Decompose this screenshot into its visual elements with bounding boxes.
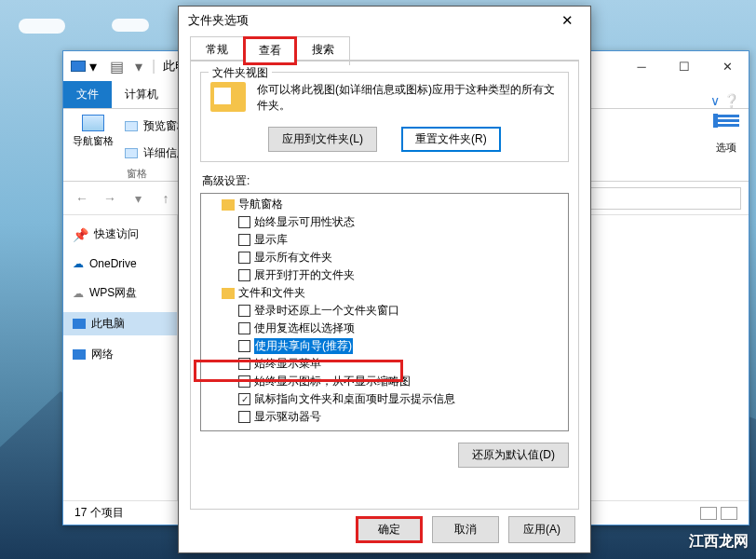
checkbox-icon[interactable] bbox=[238, 375, 250, 388]
pc-icon bbox=[71, 61, 86, 72]
restore-defaults-button[interactable]: 还原为默认值(D) bbox=[458, 443, 569, 468]
options-button[interactable]: 选项 bbox=[716, 141, 736, 155]
tree-checkbox-sharing-wizard[interactable]: 使用共享向导(推荐) bbox=[205, 337, 564, 355]
tree-checkbox-item[interactable]: 显示驱动器号 bbox=[205, 408, 564, 426]
icons-view-button[interactable] bbox=[721, 507, 737, 520]
checkbox-icon[interactable] bbox=[238, 216, 250, 228]
tree-checkbox-item[interactable]: 始终显示可用性状态 bbox=[205, 213, 564, 231]
folder-icon bbox=[210, 82, 246, 112]
checkbox-icon[interactable] bbox=[238, 322, 250, 334]
cloud-icon: ☁ bbox=[73, 257, 84, 270]
watermark: 江西龙网 bbox=[689, 532, 749, 552]
sidebar-item-onedrive[interactable]: ☁OneDrive bbox=[63, 253, 177, 274]
options-icon[interactable] bbox=[713, 115, 739, 137]
sidebar-item-quick-access[interactable]: 📌快速访问 bbox=[63, 223, 177, 246]
cloud-icon: ☁ bbox=[73, 287, 84, 300]
folder-icon bbox=[222, 199, 235, 211]
folder-views-group: 文件夹视图 你可以将此视图(如详细信息或图标)应用于这种类型的所有文件夹。 应用… bbox=[200, 72, 569, 162]
checkbox-icon[interactable] bbox=[238, 358, 250, 370]
sidebar-item-wps[interactable]: ☁WPS网盘 bbox=[63, 281, 177, 305]
folder-icon bbox=[222, 288, 235, 299]
apply-button[interactable]: 应用(A) bbox=[508, 516, 575, 543]
nav-pane-icon[interactable] bbox=[82, 115, 104, 131]
tree-node-files-folders[interactable]: 文件和文件夹 bbox=[205, 284, 564, 302]
tree-checkbox-item[interactable]: 展开到打开的文件夹 bbox=[205, 266, 564, 284]
tree-checkbox-item[interactable]: 使用复选框以选择项 bbox=[205, 320, 564, 337]
sidebar-item-this-pc[interactable]: 此电脑 bbox=[63, 312, 177, 335]
checkbox-icon[interactable] bbox=[238, 340, 250, 352]
advanced-settings-tree[interactable]: 导航窗格 始终显示可用性状态 显示库 显示所有文件夹 展开到打开的文件夹 文件和… bbox=[200, 193, 569, 431]
close-button[interactable]: ✕ bbox=[706, 52, 749, 80]
tab-view[interactable]: 查看 bbox=[243, 36, 297, 65]
computer-tab[interactable]: 计算机 bbox=[112, 81, 171, 108]
tree-checkbox-item[interactable]: 显示所有文件夹 bbox=[205, 249, 564, 266]
chevron-down-icon[interactable]: ▾ bbox=[89, 61, 99, 71]
advanced-settings-label: 高级设置: bbox=[202, 173, 578, 189]
sidebar-item-network[interactable]: 网络 bbox=[63, 343, 177, 366]
tree-node-nav-pane[interactable]: 导航窗格 bbox=[205, 196, 564, 213]
help-button[interactable]: ∨ ❔ bbox=[701, 93, 749, 108]
status-item-count: 17 个项目 bbox=[74, 505, 124, 521]
minimize-button[interactable]: ─ bbox=[620, 52, 663, 80]
nav-pane-button[interactable]: 导航窗格 bbox=[73, 134, 114, 148]
tree-checkbox-item[interactable]: 登录时还原上一个文件夹窗口 bbox=[205, 302, 564, 320]
folder-options-dialog: 文件夹选项 ✕ 常规 查看 搜索 文件夹视图 你可以将此视图(如详细信息或图标)… bbox=[178, 6, 591, 553]
recent-button[interactable]: ▾ bbox=[127, 187, 149, 210]
file-tab[interactable]: 文件 bbox=[63, 81, 112, 108]
forward-button[interactable]: → bbox=[99, 187, 121, 210]
dialog-button-row: 确定 取消 应用(A) bbox=[356, 516, 575, 543]
tree-checkbox-item[interactable]: 鼠标指向文件夹和桌面项时显示提示信息 bbox=[205, 390, 564, 408]
ok-button[interactable]: 确定 bbox=[356, 516, 423, 543]
checkbox-icon[interactable] bbox=[238, 305, 250, 317]
network-icon bbox=[73, 349, 86, 360]
group-title: 文件夹视图 bbox=[209, 65, 272, 81]
sidebar-nav: 📌快速访问 ☁OneDrive ☁WPS网盘 此电脑 网络 bbox=[63, 215, 178, 500]
cancel-button[interactable]: 取消 bbox=[432, 516, 499, 543]
close-icon[interactable]: ✕ bbox=[553, 7, 581, 34]
tree-checkbox-item[interactable]: 始终显示图标，从不显示缩略图 bbox=[205, 373, 564, 390]
back-button[interactable]: ← bbox=[71, 187, 93, 210]
checkbox-icon[interactable] bbox=[238, 411, 250, 423]
details-view-button[interactable] bbox=[700, 507, 717, 520]
checkbox-icon[interactable] bbox=[238, 252, 250, 264]
checkbox-icon[interactable] bbox=[238, 269, 250, 281]
folder-views-desc: 你可以将此视图(如详细信息或图标)应用于这种类型的所有文件夹。 bbox=[257, 82, 559, 114]
dialog-titlebar: 文件夹选项 ✕ bbox=[179, 7, 590, 34]
checkbox-icon[interactable] bbox=[238, 393, 250, 405]
checkbox-icon[interactable] bbox=[238, 234, 250, 246]
dialog-title: 文件夹选项 bbox=[188, 12, 249, 29]
star-icon: 📌 bbox=[73, 227, 88, 242]
tree-checkbox-item[interactable]: 始终显示菜单 bbox=[205, 355, 564, 373]
up-button[interactable]: ↑ bbox=[155, 187, 177, 210]
maximize-button[interactable]: ☐ bbox=[663, 52, 706, 80]
tree-checkbox-item[interactable]: 显示库 bbox=[205, 231, 564, 249]
reset-folders-button[interactable]: 重置文件夹(R) bbox=[401, 127, 501, 152]
apply-to-folders-button[interactable]: 应用到文件夹(L) bbox=[268, 127, 377, 152]
pc-icon bbox=[73, 319, 86, 329]
